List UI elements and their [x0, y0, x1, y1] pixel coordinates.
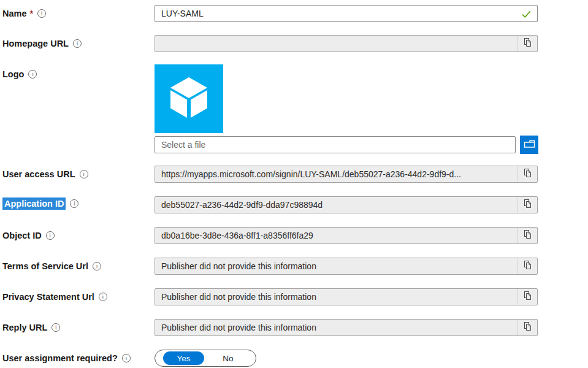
checkmark-icon: [522, 10, 531, 21]
application-id-value[interactable]: deb55027-a236-44d2-9df9-dda97c98894d: [155, 200, 517, 210]
application-id-label: Application ID: [2, 197, 78, 210]
info-icon[interactable]: [80, 170, 88, 178]
copy-button[interactable]: [517, 228, 537, 243]
name-input[interactable]: [155, 6, 537, 21]
info-icon[interactable]: [73, 39, 82, 48]
copy-button[interactable]: [517, 166, 537, 182]
info-icon[interactable]: [46, 231, 55, 240]
copy-button[interactable]: [517, 289, 537, 305]
user-assignment-toggle: Yes No: [155, 350, 256, 367]
application-id-label-text: Application ID: [2, 197, 66, 210]
homepage-url-field: [155, 35, 538, 52]
copy-button[interactable]: [517, 197, 537, 213]
user-assignment-required-label: User assignment required?: [2, 352, 131, 364]
name-label: Name*: [2, 7, 46, 20]
info-icon[interactable]: [93, 262, 101, 270]
copy-icon: [523, 260, 532, 272]
reply-url-label: Reply URL: [2, 321, 60, 334]
application-id-field: deb55027-a236-44d2-9df9-dda97c98894d: [155, 196, 538, 213]
info-icon[interactable]: [37, 9, 46, 18]
copy-button[interactable]: [517, 258, 537, 274]
reply-url-label-text: Reply URL: [2, 323, 47, 332]
object-id-value[interactable]: db0a16be-3d8e-436a-8ff1-a8356ff6fa29: [155, 231, 517, 240]
properties-form: Name* Homepage URL Logo: [0, 0, 588, 368]
terms-of-service-url-field: Publisher did not provide this informati…: [155, 258, 538, 275]
reply-url-field: Publisher did not provide this informati…: [155, 319, 538, 336]
name-label-text: Name: [2, 9, 27, 18]
copy-icon: [523, 37, 532, 50]
name-input-wrapper: [155, 5, 538, 22]
copy-icon: [523, 168, 532, 180]
copy-icon: [523, 199, 532, 211]
app-logo-preview: [155, 64, 223, 133]
copy-icon: [523, 321, 532, 334]
user-access-url-value[interactable]: https://myapps.microsoft.com/signin/LUY-…: [155, 169, 517, 179]
required-asterisk: *: [30, 9, 34, 18]
terms-of-service-url-label: Terms of Service Url: [2, 260, 101, 272]
logo-label: Logo: [2, 68, 37, 80]
object-id-field: db0a16be-3d8e-436a-8ff1-a8356ff6fa29: [155, 227, 538, 244]
info-icon[interactable]: [70, 199, 78, 208]
privacy-statement-url-value[interactable]: Publisher did not provide this informati…: [155, 292, 517, 302]
user-access-url-label-text: User access URL: [2, 169, 75, 179]
object-id-label-text: Object ID: [2, 231, 42, 240]
logo-file-input[interactable]: [155, 137, 515, 153]
browse-file-button[interactable]: [520, 136, 538, 154]
info-icon[interactable]: [52, 323, 60, 332]
object-id-label: Object ID: [2, 229, 55, 242]
folder-icon: [524, 139, 535, 151]
info-icon[interactable]: [99, 293, 107, 301]
reply-url-value[interactable]: Publisher did not provide this informati…: [155, 323, 517, 332]
privacy-statement-url-label: Privacy Statement Url: [2, 291, 107, 303]
privacy-statement-url-field: Publisher did not provide this informati…: [155, 288, 538, 305]
privacy-statement-url-label-text: Privacy Statement Url: [2, 292, 94, 302]
copy-icon: [523, 291, 532, 303]
homepage-url-label-text: Homepage URL: [2, 39, 69, 48]
info-icon[interactable]: [122, 354, 131, 362]
toggle-option-yes[interactable]: Yes: [163, 351, 204, 365]
terms-of-service-url-label-text: Terms of Service Url: [2, 261, 88, 271]
logo-label-text: Logo: [2, 69, 24, 79]
user-assignment-required-label-text: User assignment required?: [2, 353, 118, 363]
logo-file-input-wrapper: [155, 136, 516, 153]
user-access-url-label: User access URL: [2, 168, 88, 180]
copy-icon: [523, 229, 532, 242]
terms-of-service-url-value[interactable]: Publisher did not provide this informati…: [155, 261, 517, 271]
copy-button[interactable]: [517, 36, 537, 52]
copy-button[interactable]: [517, 320, 537, 335]
homepage-url-label: Homepage URL: [2, 37, 82, 50]
info-icon[interactable]: [28, 70, 37, 79]
toggle-option-no[interactable]: No: [204, 354, 256, 363]
cube-icon: [169, 76, 209, 121]
user-access-url-field: https://myapps.microsoft.com/signin/LUY-…: [155, 166, 538, 183]
